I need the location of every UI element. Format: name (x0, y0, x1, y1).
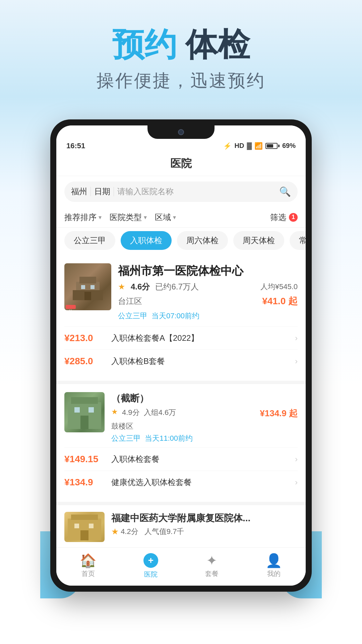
hospital-meta-1: ★ 4.9分 入组4.6万 ¥134.9 起 (111, 408, 298, 419)
filter-area-label: 区域 (155, 212, 171, 223)
package-arrow-0-1: › (295, 357, 298, 366)
location-tag[interactable]: 福州 (71, 186, 87, 197)
search-input[interactable]: 请输入医院名称 (117, 186, 276, 197)
cat-tab-2[interactable]: 周六体检 (177, 231, 228, 250)
nav-label-home: 首页 (81, 569, 95, 578)
hospital-score-0: 4.6分 (131, 281, 150, 292)
hospital-start-price-0: ¥41.0 起 (262, 295, 298, 308)
cat-tab-1[interactable]: 入职体检 (121, 231, 172, 250)
package-item-1-1[interactable]: ¥134.9 健康优选入职体检套餐 › (64, 471, 298, 494)
hospital-building-svg-2 (64, 512, 105, 542)
hospital-meta-2: ★ 4.2分 人气值9.7千 (111, 527, 298, 537)
signal-icon: HD (234, 142, 244, 150)
hospital-building-svg-1 (64, 392, 105, 432)
hospital-plus-icon: + (143, 553, 158, 568)
filter-row: 推荐排序 ▾ 医院类型 ▾ 区域 ▾ 筛选 1 (56, 207, 306, 228)
svg-rect-7 (71, 397, 98, 404)
hospital-card-1[interactable]: （截断） ★ 4.9分 入组4.6万 ¥134.9 起 鼓楼区 (56, 384, 306, 502)
hospital-card-2[interactable]: 福建中医药大学附属康复医院体... ★ 4.2分 人气值9.7千 (56, 505, 306, 547)
package-item-0-1[interactable]: ¥285.0 入职体检B套餐 › (64, 350, 298, 373)
sort-arrow-icon: ▾ (99, 214, 102, 221)
hospital-meta-0: ★ 4.6分 已约6.7万人 人均¥545.0 (118, 281, 298, 292)
search-icon[interactable]: 🔍 (279, 186, 291, 197)
app-header: 医院 (56, 153, 306, 176)
search-divider2 (114, 187, 114, 196)
filter-count-badge: 1 (289, 213, 298, 222)
status-right: ⚡ HD ▓ 📶 69% (223, 142, 296, 150)
bottom-nav: 🏠 首页 + 医院 ✦ 套餐 👤 我的 (56, 547, 306, 586)
category-tabs: 公立三甲 入职体检 周六体检 周天体检 常规 (56, 228, 306, 255)
svg-rect-15 (80, 530, 88, 540)
nav-item-home[interactable]: 🏠 首页 (80, 554, 97, 578)
tag-type-1: 公立三甲 (111, 433, 141, 443)
svg-rect-9 (88, 407, 94, 413)
tag-type-0: 公立三甲 (118, 311, 147, 321)
nav-item-mine[interactable]: 👤 我的 (265, 554, 282, 578)
search-area: 福州 日期 请输入医院名称 🔍 (56, 176, 306, 207)
filter-type-label: 医院类型 (110, 212, 142, 223)
hospital-name-0: 福州市第一医院体检中心 (118, 263, 298, 278)
package-item-1-0[interactable]: ¥149.15 入职体检套餐 › (64, 447, 298, 471)
svg-rect-14 (89, 524, 94, 528)
hospital-card-0[interactable]: 体检中心 福州市第一医院体检中心 ★ 4.6分 已约6.7万人 人均¥545.0 (56, 255, 306, 381)
hospital-info-1: （截断） ★ 4.9分 入组4.6万 ¥134.9 起 鼓楼区 (111, 392, 298, 443)
filter-sort-label: 推荐排序 (64, 212, 97, 223)
filter-sort[interactable]: 推荐排序 ▾ (64, 212, 110, 223)
hospital-list: 体检中心 福州市第一医院体检中心 ★ 4.6分 已约6.7万人 人均¥545.0 (56, 255, 306, 547)
hero-title: 预约 体检 (13, 27, 349, 62)
package-name-0-0: 入职体检套餐A【2022】 (111, 333, 295, 343)
filter-button[interactable]: 筛选 1 (270, 212, 298, 223)
nav-label-package: 套餐 (205, 569, 219, 578)
phone-mockup-container: 16:51 ⚡ HD ▓ 📶 69% (0, 119, 362, 592)
package-arrow-0-0: › (295, 333, 298, 343)
package-name-1-1: 健康优选入职体检套餐 (111, 477, 295, 488)
star-icon-1: ★ (111, 408, 118, 419)
wifi-icon: ▓ (247, 142, 252, 150)
date-tag[interactable]: 日期 (94, 186, 110, 197)
svg-rect-1 (79, 277, 96, 283)
nav-item-hospital[interactable]: + 医院 (143, 553, 158, 579)
filter-label: 筛选 (270, 212, 286, 223)
package-arrow-1-0: › (295, 454, 298, 464)
search-divider (90, 187, 91, 196)
hospital-tags-0: 公立三甲 当天07:00前约 (118, 311, 298, 321)
district-1: 鼓楼区 (111, 421, 133, 431)
hospital-booked-1: 入组4.6万 (144, 408, 176, 419)
hero-title-blue: 预约 (112, 26, 177, 62)
package-icon: ✦ (206, 554, 218, 567)
cat-tab-3[interactable]: 周天体检 (233, 231, 284, 250)
package-price-0-0: ¥213.0 (64, 333, 111, 343)
hospital-score-1: 4.9分 (122, 408, 140, 419)
svg-rect-3 (81, 285, 85, 289)
cat-tab-0[interactable]: 公立三甲 (64, 231, 115, 250)
package-name-0-1: 入职体检B套餐 (111, 356, 295, 367)
filter-type[interactable]: 医院类型 ▾ (110, 212, 155, 223)
svg-rect-10 (80, 416, 88, 429)
bluetooth-icon: ⚡ (223, 142, 232, 150)
filter-area[interactable]: 区域 ▾ (155, 212, 184, 223)
hospital-image-inner-0 (64, 263, 111, 310)
hospital-image-2 (64, 512, 105, 542)
hero-subtitle: 操作便捷，迅速预约 (13, 69, 349, 93)
hospital-name-1: （截断） (111, 392, 298, 405)
hospital-location-1: 鼓楼区 (111, 421, 298, 431)
nav-item-package[interactable]: ✦ 套餐 (205, 554, 219, 578)
svg-rect-8 (74, 407, 80, 413)
hospital-image-label: 体检中心 (66, 305, 76, 309)
cat-tab-4[interactable]: 常规 (290, 231, 306, 250)
package-name-1-0: 入职体检套餐 (111, 454, 295, 465)
package-item-0-0[interactable]: ¥213.0 入职体检套餐A【2022】 › (64, 326, 298, 350)
hospital-building-svg (71, 272, 105, 302)
hero-title-dark: 体检 (185, 26, 250, 62)
package-price-1-0: ¥149.15 (64, 454, 111, 465)
package-price-0-1: ¥285.0 (64, 356, 111, 367)
hospital-per-price-0: 人均¥545.0 (260, 282, 298, 292)
hospital-name-2: 福建中医药大学附属康复医院体... (111, 512, 298, 525)
type-arrow-icon: ▾ (144, 214, 147, 221)
hospital-booked-0: 已约6.7万人 (155, 281, 198, 292)
svg-rect-4 (90, 285, 95, 289)
nav-label-mine: 我的 (267, 569, 281, 578)
user-icon: 👤 (265, 554, 282, 567)
hospital-popularity-2: 人气值9.7千 (144, 527, 184, 536)
search-bar[interactable]: 福州 日期 请输入医院名称 🔍 (64, 181, 298, 202)
